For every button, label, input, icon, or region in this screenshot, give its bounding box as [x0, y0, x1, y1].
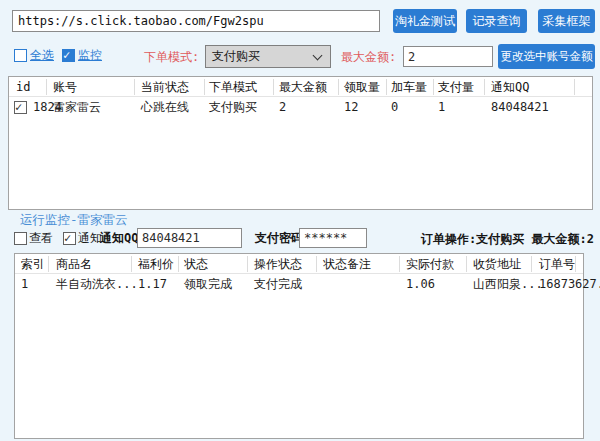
- order-no: 16873627.: [539, 275, 600, 293]
- orders-col-index: 索引: [21, 256, 45, 273]
- accounts-col-recv: 领取量: [344, 79, 380, 96]
- chevron-down-icon: [313, 51, 323, 61]
- column-divider: [46, 79, 47, 95]
- accounts-col-mode: 下单模式: [209, 79, 257, 96]
- order-info-text: 订单操作:支付购买 最大金额:2: [420, 231, 594, 248]
- select-all-label[interactable]: 全选: [30, 47, 54, 64]
- column-divider: [247, 256, 248, 272]
- account-max: 2: [279, 98, 286, 116]
- column-divider: [575, 256, 576, 272]
- orders-col-orderno: 订单号: [539, 256, 575, 273]
- account-qq: 84048421: [491, 98, 549, 116]
- collect-frame-button[interactable]: 采集框架: [538, 9, 595, 33]
- orders-table: 索引 商品名 福利价 状态 操作状态 状态备注 实际付款 收货地址 订单号 1 …: [14, 253, 584, 439]
- column-divider: [574, 79, 575, 95]
- tlj-test-button[interactable]: 淘礼金测试: [393, 9, 457, 33]
- view-label[interactable]: 查看: [29, 230, 53, 247]
- check-icon: ✓: [63, 48, 70, 62]
- change-amount-button[interactable]: 更改选中账号金额: [498, 44, 595, 69]
- column-divider: [338, 79, 339, 95]
- max-amount-input[interactable]: [403, 46, 493, 67]
- orders-col-paid: 实际付款: [406, 256, 454, 273]
- column-divider: [204, 79, 205, 95]
- order-row[interactable]: 1 半自动洗衣... 1.17 领取完成 支付完成 1.06 山西阳泉... 1…: [15, 275, 583, 294]
- url-input[interactable]: [12, 10, 380, 32]
- notify-checkbox[interactable]: ✓: [63, 232, 76, 245]
- pay-password-input[interactable]: [299, 228, 367, 248]
- order-product: 半自动洗衣...: [56, 275, 138, 293]
- column-divider: [48, 256, 49, 272]
- orders-col-opstat: 操作状态: [254, 256, 302, 273]
- account-recv: 12: [344, 98, 358, 116]
- column-divider: [178, 256, 179, 272]
- monitor-checkbox[interactable]: ✓: [62, 49, 75, 62]
- account-mode: 支付购买: [209, 98, 257, 116]
- account-cart: 0: [391, 98, 398, 116]
- column-divider: [466, 256, 467, 272]
- column-divider: [316, 256, 317, 272]
- monitor-label[interactable]: 监控: [78, 47, 102, 64]
- orders-col-remark: 状态备注: [323, 256, 371, 273]
- account-name: 雷家雷云: [53, 98, 101, 116]
- check-icon: ✓: [64, 231, 71, 245]
- column-divider: [273, 79, 274, 95]
- accounts-col-qq: 通知QQ: [491, 79, 529, 96]
- column-divider: [531, 256, 532, 272]
- order-mode-select[interactable]: 支付购买: [205, 45, 331, 68]
- column-divider: [134, 79, 135, 95]
- account-status: 心跳在线: [141, 98, 189, 116]
- accounts-col-max: 最大金额: [279, 79, 327, 96]
- order-mode-selected-value: 支付购买: [212, 49, 260, 63]
- monitor-section-title: 运行监控-雷家雷云: [20, 212, 128, 229]
- account-pay: 1: [438, 98, 445, 116]
- check-icon: ✓: [15, 100, 22, 114]
- accounts-col-account: 账号: [53, 79, 77, 96]
- notify-label[interactable]: 通知: [78, 230, 102, 247]
- accounts-col-cart: 加车量: [391, 79, 427, 96]
- account-row[interactable]: ✓ 1824 雷家雷云 心跳在线 支付购买 2 12 0 1 84048421: [9, 98, 592, 117]
- max-amount-label: 最大金额:: [341, 49, 396, 66]
- column-divider: [433, 79, 434, 95]
- view-checkbox[interactable]: ✓: [14, 232, 27, 245]
- accounts-table: id 账号 当前状态 下单模式 最大金额 领取量 加车量 支付量 通知QQ ✓ …: [8, 76, 593, 210]
- accounts-col-pay: 支付量: [438, 79, 474, 96]
- notify-qq-input[interactable]: [137, 228, 242, 248]
- column-divider: [386, 79, 387, 95]
- column-divider: [399, 256, 400, 272]
- order-mode-label: 下单模式:: [144, 49, 199, 66]
- order-address: 山西阳泉...: [473, 275, 543, 293]
- select-all-checkbox[interactable]: ✓: [14, 49, 27, 62]
- column-divider: [484, 79, 485, 95]
- order-status: 领取完成: [184, 275, 232, 293]
- app-window: 淘礼金测试 记录查询 采集框架 ✓ 全选 ✓ 监控 下单模式: 支付购买 最大金…: [0, 0, 600, 441]
- order-paid: 1.06: [406, 275, 435, 293]
- order-price: 1.17: [138, 275, 167, 293]
- account-row-checkbox[interactable]: ✓: [14, 101, 27, 114]
- orders-col-product: 商品名: [56, 256, 92, 273]
- header-divider: [15, 273, 583, 274]
- accounts-col-status: 当前状态: [141, 79, 189, 96]
- orders-col-address: 收货地址: [473, 256, 521, 273]
- orders-col-price: 福利价: [138, 256, 174, 273]
- record-query-button[interactable]: 记录查询: [466, 9, 527, 33]
- order-index: 1: [21, 275, 28, 293]
- column-divider: [131, 256, 132, 272]
- header-divider: [9, 96, 592, 97]
- orders-col-status: 状态: [184, 256, 208, 273]
- accounts-col-id: id: [16, 79, 30, 96]
- order-opstat: 支付完成: [254, 275, 302, 293]
